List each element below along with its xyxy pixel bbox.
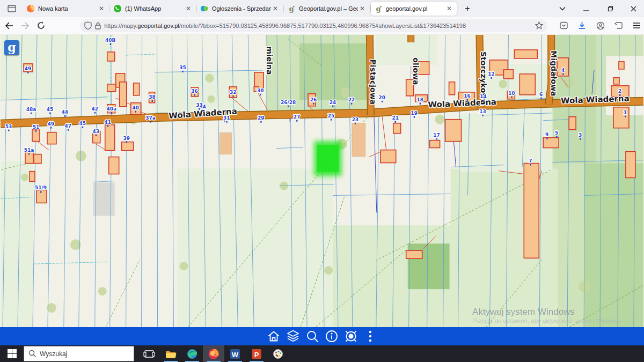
svg-text:3: 3 bbox=[579, 132, 582, 138]
sidebar-icon[interactable] bbox=[612, 19, 626, 33]
svg-text:40a: 40a bbox=[106, 106, 116, 112]
windows-taskbar: Wyszukaj WP 12:54 09.01.2025 1 bbox=[0, 345, 644, 362]
svg-text:Migdałowa: Migdałowa bbox=[550, 50, 558, 96]
svg-text:Pistacjowa: Pistacjowa bbox=[369, 60, 377, 105]
map-locate-button[interactable] bbox=[341, 328, 361, 344]
svg-text:18: 18 bbox=[416, 97, 423, 102]
svg-text:51/9: 51/9 bbox=[35, 185, 47, 190]
tab-geoportal-gov-pl[interactable]: ggeoportal.gov.pl✕ bbox=[371, 2, 457, 16]
svg-text:38: 38 bbox=[149, 94, 155, 100]
svg-text:36: 36 bbox=[191, 88, 197, 94]
firefox-view-icon[interactable] bbox=[4, 2, 19, 15]
map-layers-button[interactable] bbox=[283, 328, 303, 344]
svg-text:53: 53 bbox=[5, 124, 12, 129]
taskbar-word-button[interactable]: W bbox=[224, 345, 246, 362]
tracking-shield-icon bbox=[84, 21, 92, 29]
map-more-button[interactable] bbox=[361, 328, 380, 344]
taskbar-edge-button[interactable] bbox=[181, 345, 203, 362]
geoportal-logo-button[interactable]: g bbox=[4, 40, 19, 55]
svg-text:21: 21 bbox=[392, 115, 399, 121]
svg-text:13: 13 bbox=[479, 109, 486, 114]
svg-text:g: g bbox=[289, 5, 294, 13]
layers-icon bbox=[286, 329, 301, 344]
svg-text:P: P bbox=[254, 350, 259, 358]
svg-text:20: 20 bbox=[379, 95, 385, 100]
svg-text:51a: 51a bbox=[24, 147, 34, 153]
svg-text:48a: 48a bbox=[26, 107, 36, 112]
window-close-button[interactable] bbox=[623, 0, 644, 17]
account-icon[interactable] bbox=[594, 19, 608, 33]
bookmark-star-icon[interactable] bbox=[535, 21, 543, 29]
svg-text:40: 40 bbox=[132, 105, 138, 110]
taskbar-task-view-button[interactable] bbox=[138, 345, 160, 362]
svg-text:25: 25 bbox=[328, 113, 334, 119]
toolbar-right-icons bbox=[553, 19, 644, 33]
map-area[interactable]: Wola WiadernaWola WiadernaWola Wiadernam… bbox=[0, 35, 644, 327]
window-minimize-button[interactable] bbox=[575, 0, 597, 17]
svg-text:oliowa: oliowa bbox=[412, 57, 420, 85]
tab-1-whatsapp[interactable]: (1) WhatsApp✕ bbox=[110, 2, 196, 16]
firefox-icon bbox=[208, 348, 219, 360]
tab-list: Nowa karta✕(1) WhatsApp✕Ogłoszenia - Spr… bbox=[23, 0, 457, 17]
svg-text:39: 39 bbox=[123, 136, 129, 141]
whatsapp-favicon bbox=[113, 4, 122, 13]
taskbar-powerpoint-button[interactable]: P bbox=[246, 345, 267, 362]
tab-geoportal-gov-pl-geoportal-in[interactable]: gGeoportal.gov.pl – Geoportal In✕ bbox=[284, 2, 370, 16]
svg-text:31: 31 bbox=[223, 115, 230, 121]
paint-icon bbox=[272, 348, 284, 360]
lock-icon bbox=[95, 22, 101, 29]
word-icon: W bbox=[229, 348, 241, 360]
search-icon bbox=[305, 329, 320, 344]
locate-icon bbox=[343, 329, 358, 344]
svg-text:23: 23 bbox=[352, 117, 358, 122]
svg-text:27: 27 bbox=[294, 114, 300, 120]
svg-text:33: 33 bbox=[196, 102, 202, 108]
svg-text:6: 6 bbox=[539, 92, 543, 97]
taskbar-paint-button[interactable] bbox=[267, 345, 289, 362]
reload-button[interactable] bbox=[34, 19, 48, 33]
tab-close-icon[interactable]: ✕ bbox=[445, 5, 453, 12]
taskbar-firefox-button[interactable] bbox=[203, 345, 224, 362]
search-placeholder: Wyszukaj bbox=[40, 350, 67, 358]
tab-close-icon[interactable]: ✕ bbox=[97, 5, 106, 12]
map-toolbar bbox=[0, 327, 644, 345]
back-button[interactable] bbox=[2, 19, 16, 33]
tab-nowa-karta[interactable]: Nowa karta✕ bbox=[23, 2, 109, 16]
forward-button[interactable] bbox=[18, 19, 32, 33]
list-tabs-chevron-icon[interactable] bbox=[552, 0, 573, 17]
svg-text:5: 5 bbox=[555, 130, 558, 136]
task-view-icon bbox=[143, 348, 155, 360]
url-bar[interactable]: https://mapy.geoportal.gov.pl/mobile/?bb… bbox=[80, 19, 547, 32]
start-button[interactable] bbox=[0, 345, 24, 362]
pocket-icon[interactable] bbox=[557, 19, 571, 33]
svg-text:16: 16 bbox=[464, 93, 470, 99]
svg-text:17: 17 bbox=[433, 132, 440, 138]
map-search-button[interactable] bbox=[303, 328, 322, 344]
svg-text:mielna: mielna bbox=[265, 46, 274, 75]
tab-close-icon[interactable]: ✕ bbox=[358, 5, 367, 12]
svg-text:W: W bbox=[232, 350, 239, 358]
file-explorer-icon bbox=[165, 348, 177, 360]
search-icon bbox=[28, 350, 36, 358]
map-info-button[interactable] bbox=[322, 328, 341, 344]
tab-close-icon[interactable]: ✕ bbox=[184, 5, 193, 12]
downloads-icon[interactable] bbox=[575, 19, 589, 33]
map-canvas[interactable]: Wola WiadernaWola WiadernaWola Wiadernam… bbox=[0, 35, 644, 327]
tab-close-icon[interactable]: ✕ bbox=[271, 5, 280, 12]
taskbar-apps: WP bbox=[138, 345, 289, 362]
map-home-button[interactable] bbox=[264, 328, 283, 344]
svg-text:g: g bbox=[376, 5, 380, 13]
browser-nav-bar: https://mapy.geoportal.gov.pl/mobile/?bb… bbox=[0, 17, 644, 34]
svg-text:29: 29 bbox=[258, 115, 264, 121]
window-maximize-button[interactable] bbox=[599, 0, 620, 17]
svg-text:42: 42 bbox=[92, 106, 98, 112]
svg-text:1: 1 bbox=[624, 110, 627, 115]
taskbar-search-box[interactable]: Wyszukaj bbox=[24, 346, 134, 361]
geoportal-favicon: g bbox=[374, 4, 383, 13]
menu-hamburger-icon[interactable] bbox=[630, 19, 644, 33]
svg-text:2: 2 bbox=[618, 88, 621, 94]
tab-og-oszenia-sprzedam-kupi-n[interactable]: Ogłoszenia - Sprzedam, kupię n✕ bbox=[197, 2, 283, 16]
new-tab-button[interactable]: + bbox=[460, 2, 474, 16]
taskbar-file-explorer-button[interactable] bbox=[160, 345, 181, 362]
svg-text:24: 24 bbox=[330, 100, 336, 105]
